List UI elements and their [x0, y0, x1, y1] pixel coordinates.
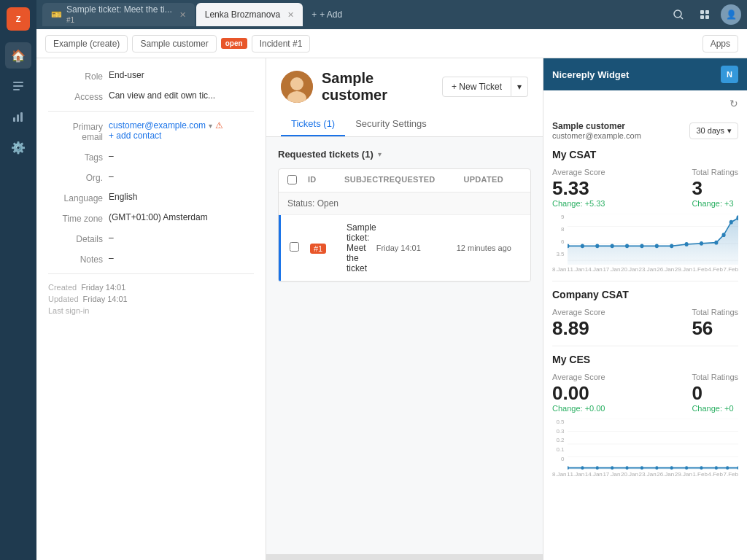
refresh-icon[interactable]: ↻ — [727, 95, 741, 112]
tab-ticket[interactable]: 🎫 Sample ticket: Meet the ti... #1 ✕ — [42, 3, 195, 26]
svg-point-49 — [685, 466, 688, 470]
access-label: Access — [48, 90, 103, 102]
ticket-updated-date: 12 minutes ago — [457, 244, 531, 252]
svg-text:Z: Z — [16, 15, 21, 23]
ces-avg-value: 0.00 — [552, 383, 605, 404]
svg-point-30 — [699, 241, 703, 246]
email-dropdown-icon[interactable]: ▾ — [209, 122, 212, 130]
total-ratings-value: 3 — [692, 178, 738, 199]
email-field: Primaryemail customer@example.com ▾ ⚠ + … — [48, 120, 254, 142]
tab-ticket-close[interactable]: ✕ — [179, 10, 186, 20]
ces-avg-change: Change: +0.00 — [552, 404, 605, 413]
grid-icon[interactable] — [694, 4, 715, 25]
tab-customer-close[interactable]: ✕ — [287, 10, 294, 20]
nav-sidebar: Z 🏠 ⚙️ — [0, 0, 36, 560]
ces-total-label: Total Ratings — [692, 373, 738, 381]
nav-tickets-icon[interactable] — [5, 73, 31, 99]
svg-point-46 — [640, 466, 643, 470]
details-label: Details — [48, 233, 103, 244]
tab-tickets[interactable]: Tickets (1) — [281, 112, 345, 136]
my-csat-title: My CSAT — [552, 149, 738, 160]
tab-ticket-label: Sample ticket: Meet the ti... #1 — [66, 4, 172, 25]
days-chevron-icon: ▾ — [727, 126, 732, 136]
apps-button[interactable]: Apps — [703, 35, 738, 52]
total-ratings-group: Total Ratings 3 Change: +3 — [692, 168, 738, 208]
svg-rect-12 — [700, 15, 704, 19]
row-checkbox[interactable] — [290, 242, 310, 254]
csat-chart-labels: 8.Jan11.Jan14.Jan17.Jan20.Jan23.Jan26.Ja… — [552, 266, 738, 273]
svg-rect-11 — [705, 10, 709, 14]
row-select-checkbox[interactable] — [290, 242, 299, 252]
status-badge-open: open — [221, 38, 247, 49]
my-csat-metrics: Average Score 5.33 Change: +5.33 Total R… — [552, 168, 738, 208]
search-icon[interactable] — [668, 4, 689, 25]
email-value: customer@example.com ▾ ⚠ + add contact — [109, 120, 254, 141]
tab-bar-right: 👤 — [668, 4, 741, 25]
tab-add[interactable]: + + Add — [304, 3, 349, 26]
new-ticket-button[interactable]: + New Ticket — [442, 77, 511, 97]
role-field: Role End-user — [48, 70, 254, 82]
svg-rect-3 — [13, 85, 23, 87]
my-ces-title: My CES — [552, 354, 738, 365]
svg-point-42 — [581, 466, 584, 470]
avg-score-group: Average Score 5.33 Change: +5.33 — [552, 168, 605, 208]
new-ticket-group: + New Ticket ▾ — [442, 77, 528, 97]
tab-customer[interactable]: Lenka Brozmanova ✕ — [196, 3, 303, 26]
add-contact-link[interactable]: + add contact — [109, 131, 254, 141]
avg-score-label: Average Score — [552, 168, 605, 176]
org-label: Org. — [48, 171, 103, 183]
notes-field: Notes – — [48, 253, 254, 265]
ces-total-change: Change: +0 — [692, 404, 738, 413]
customer-title-row: Sample customer + New Ticket ▾ — [281, 70, 528, 104]
user-avatar[interactable]: 👤 — [721, 4, 741, 25]
nav-home-icon[interactable]: 🏠 — [5, 42, 31, 69]
avg-score-change: Change: +5.33 — [552, 199, 605, 208]
updated-col-header: Updated — [463, 175, 531, 186]
ces-chart-area: 0.5 0.3 0.2 0.1 0 — [552, 419, 738, 477]
status-label: Status: Open — [279, 192, 530, 215]
tab-security[interactable]: Security Settings — [345, 112, 437, 136]
breadcrumb-example[interactable]: Example (create) — [45, 35, 128, 52]
nav-settings-icon[interactable]: ⚙️ — [5, 134, 31, 160]
timezone-value: (GMT+01:00) Amsterdam — [109, 212, 254, 222]
tags-field: Tags – — [48, 151, 254, 163]
svg-point-44 — [611, 466, 614, 470]
language-label: Language — [48, 192, 103, 203]
nicereply-header: Nicereply Widget N — [543, 58, 747, 90]
table-row[interactable]: #1 Sample ticket: Meet the ticket Friday… — [279, 215, 530, 281]
last-signin-label: Last sign-in — [48, 306, 89, 315]
primary-email-label: Primaryemail — [48, 120, 103, 142]
svg-point-32 — [721, 233, 725, 237]
requested-chevron-icon[interactable]: ▾ — [378, 150, 382, 158]
tab-customer-label: Lenka Brozmanova — [205, 9, 280, 20]
breadcrumb-customer[interactable]: Sample customer — [132, 35, 216, 52]
subject-col-header: Subject — [344, 175, 383, 186]
ticket-table-header: ID Subject Requested Updated — [279, 169, 530, 192]
svg-rect-10 — [700, 10, 704, 14]
new-ticket-dropdown-button[interactable]: ▾ — [511, 77, 528, 97]
tags-value: – — [109, 151, 254, 161]
meta-section: Created Friday 14:01 Updated Friday 14:0… — [48, 273, 254, 315]
nav-reports-icon[interactable] — [5, 104, 31, 130]
svg-point-47 — [655, 466, 658, 470]
breadcrumb-bar: Example (create) Sample customer open In… — [36, 29, 747, 58]
company-avg-group: Average Score 8.89 — [552, 308, 605, 339]
app-logo[interactable]: Z — [7, 7, 30, 31]
requested-col-header: Requested — [383, 175, 463, 186]
ticket-id-cell: #1 — [310, 243, 347, 254]
company-avg-label: Average Score — [552, 308, 605, 316]
svg-point-15 — [290, 77, 303, 90]
svg-line-9 — [681, 17, 683, 19]
svg-rect-6 — [17, 114, 19, 122]
ticket-table: ID Subject Requested Updated Status: Ope… — [278, 168, 531, 282]
select-all-checkbox[interactable] — [287, 175, 297, 184]
horizontal-scrollbar[interactable] — [266, 554, 543, 560]
svg-point-26 — [640, 244, 643, 248]
divider-2 — [552, 281, 738, 281]
breadcrumb-incident[interactable]: Incident #1 — [252, 35, 311, 52]
ces-chart-labels: 8.Jan11.Jan14.Jan17.Jan20.Jan23.Jan26.Ja… — [552, 471, 738, 478]
ces-total-value: 0 — [692, 383, 738, 404]
tab-bar: 🎫 Sample ticket: Meet the ti... #1 ✕ Len… — [36, 0, 747, 29]
requested-title: Requested tickets (1) — [278, 149, 374, 160]
days-select[interactable]: 30 days ▾ — [689, 122, 738, 139]
